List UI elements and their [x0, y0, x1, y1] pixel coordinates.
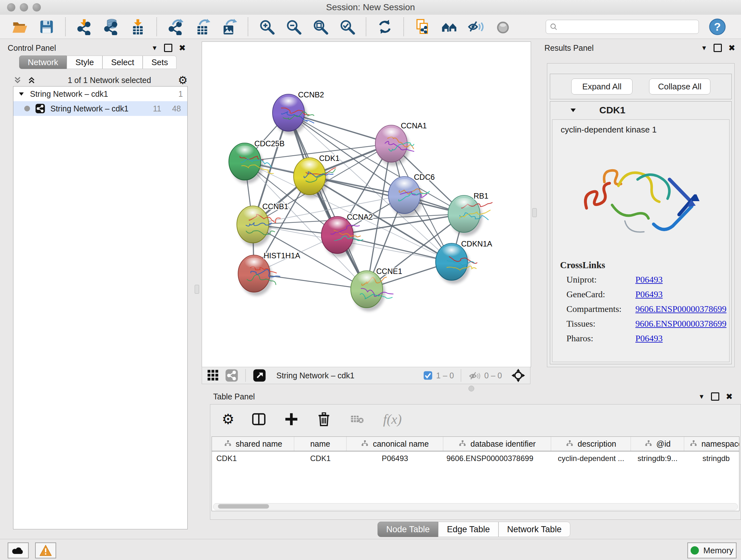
column-header-4[interactable]: description	[551, 437, 631, 451]
tree-expand-icon[interactable]	[18, 90, 25, 98]
crosslink-link[interactable]: P06493	[635, 289, 663, 300]
column-header-6[interactable]: namespace	[684, 437, 739, 451]
collapse-all-button[interactable]: Collapse All	[649, 78, 711, 95]
tab-network[interactable]: Network	[19, 56, 67, 69]
panel-menu-icon[interactable]: ▼	[151, 44, 158, 52]
collapse-all-icon[interactable]	[27, 75, 37, 85]
network-node-cdkn1a[interactable]: CDKN1A	[435, 240, 492, 284]
node-table[interactable]: shared namenamecanonical namedatabase id…	[212, 436, 739, 511]
new-network-from-selection-button[interactable]	[414, 18, 431, 36]
network-row-selected[interactable]: String Network – cdk1 11 48	[13, 101, 187, 116]
panel-float-icon[interactable]	[714, 44, 722, 52]
export-image-button[interactable]	[220, 18, 238, 36]
import-table-file-button[interactable]	[129, 18, 147, 36]
tab-network-table[interactable]: Network Table	[498, 522, 570, 537]
crosslink-link[interactable]: P06493	[635, 274, 663, 285]
column-header-3[interactable]: database identifier	[443, 437, 551, 451]
entry-collapse-icon[interactable]	[569, 106, 577, 114]
show-all-button[interactable]	[494, 18, 512, 36]
zoom-fit-button[interactable]	[312, 18, 329, 36]
search-box[interactable]	[546, 20, 699, 34]
cloud-icon	[11, 545, 25, 556]
panel-close-icon[interactable]: ✖	[726, 392, 733, 401]
network-node-ccna1[interactable]: CCNA1	[375, 121, 427, 166]
network-edge[interactable]	[288, 113, 367, 289]
export-table-button[interactable]	[193, 18, 211, 36]
cell-canonical-name[interactable]: P06493	[347, 454, 443, 463]
tab-node-table[interactable]: Node Table	[378, 522, 438, 537]
expand-all-icon[interactable]	[13, 75, 22, 85]
table-horizontal-scrollbar[interactable]	[213, 503, 738, 510]
save-session-button[interactable]	[38, 18, 56, 36]
memory-button[interactable]: Memory	[687, 543, 737, 558]
export-network-button[interactable]	[166, 18, 185, 36]
network-node-cdk1[interactable]: CDK1	[293, 154, 340, 198]
table-panel: Table Panel ▼ ✖ ⚙	[207, 390, 741, 537]
network-collection-row[interactable]: String Network – cdk1 1	[13, 86, 187, 101]
gear-icon[interactable]: ⚙	[178, 75, 188, 85]
birds-eye-view-icon[interactable]	[253, 369, 266, 382]
fit-selected-crosshair-icon[interactable]	[511, 368, 526, 383]
network-node-hist1h1a[interactable]: HIST1H1A	[238, 251, 300, 296]
network-node-cdc6[interactable]: CDC6	[388, 173, 434, 217]
cell-database-identifier[interactable]: 9606.ENSP00000378699	[443, 454, 551, 463]
crosslink-row: Tissues: 9606.ENSP00000378699	[552, 316, 729, 331]
expand-all-button[interactable]: Expand All	[571, 78, 632, 95]
selected-checkbox-icon[interactable]	[423, 370, 433, 381]
network-node-ccnb2[interactable]: CCNB2	[273, 90, 324, 135]
open-session-button[interactable]	[11, 18, 29, 36]
cell-namespace[interactable]: stringdb	[684, 454, 739, 463]
help-button[interactable]: ?	[709, 18, 726, 36]
node-label: RB1	[474, 192, 488, 200]
crosslink-link[interactable]: P06493	[635, 333, 663, 344]
panel-menu-icon[interactable]: ▼	[701, 44, 707, 52]
warning-icon	[39, 545, 52, 556]
table-settings-gear-icon[interactable]: ⚙	[222, 412, 234, 426]
panel-float-icon[interactable]	[711, 392, 719, 401]
network-node-rb1[interactable]: RB1	[448, 192, 492, 236]
right-splitter-handle[interactable]	[532, 208, 537, 217]
cell-name[interactable]: CDK1	[294, 454, 347, 463]
network-view-icon[interactable]	[225, 369, 239, 382]
cell-description[interactable]: cyclin-dependent ...	[551, 454, 631, 463]
left-splitter-handle[interactable]	[195, 285, 199, 294]
warnings-button[interactable]	[35, 543, 56, 558]
tab-style[interactable]: Style	[67, 56, 103, 69]
show-columns-icon[interactable]	[251, 411, 267, 427]
crosslink-link[interactable]: 9606.ENSP00000378699	[635, 319, 726, 329]
crosslink-link[interactable]: 9606.ENSP00000378699	[635, 304, 726, 314]
grid-view-icon[interactable]	[206, 369, 220, 382]
control-panel-title: Control Panel	[8, 44, 56, 53]
cell-@id[interactable]: stringdb:9...	[631, 454, 684, 463]
network-edge[interactable]	[310, 176, 464, 214]
column-header-2[interactable]: canonical name	[347, 437, 443, 451]
panel-menu-icon[interactable]: ▼	[698, 393, 704, 400]
search-input[interactable]	[557, 22, 695, 32]
panel-close-icon[interactable]: ✖	[179, 43, 186, 53]
import-network-database-button[interactable]	[102, 18, 120, 36]
network-node-ccna2[interactable]: CCNA2	[321, 212, 373, 257]
cell-shared-name[interactable]: CDK1	[212, 454, 294, 463]
column-header-0[interactable]: shared name	[212, 437, 294, 451]
zoom-in-button[interactable]	[258, 18, 276, 36]
hide-selected-button[interactable]	[467, 18, 485, 36]
delete-column-trash-icon[interactable]	[316, 411, 332, 427]
zoom-selected-button[interactable]	[338, 18, 356, 36]
network-canvas[interactable]: CCNB2 CCNA1 CDC25B CDK1 CDC6 RB1 CCNB1 C…	[202, 42, 531, 367]
crosslinks-title: CrossLinks	[552, 252, 729, 272]
panel-close-icon[interactable]: ✖	[728, 43, 735, 53]
panel-float-icon[interactable]	[164, 44, 172, 52]
create-column-plus-icon[interactable]	[283, 411, 299, 427]
column-header-5[interactable]: @id	[631, 437, 684, 451]
hidden-eye-icon[interactable]	[468, 369, 481, 382]
tab-sets[interactable]: Sets	[143, 56, 177, 69]
tab-select[interactable]: Select	[103, 56, 143, 69]
import-network-file-button[interactable]	[75, 18, 93, 36]
apply-layout-button[interactable]	[376, 18, 394, 36]
first-neighbors-button[interactable]	[441, 18, 458, 36]
cloud-button[interactable]	[8, 543, 29, 558]
network-node-ccne1[interactable]: CCNE1	[351, 267, 402, 311]
column-header-1[interactable]: name	[294, 437, 347, 451]
zoom-out-button[interactable]	[285, 18, 302, 36]
tab-edge-table[interactable]: Edge Table	[438, 522, 498, 537]
